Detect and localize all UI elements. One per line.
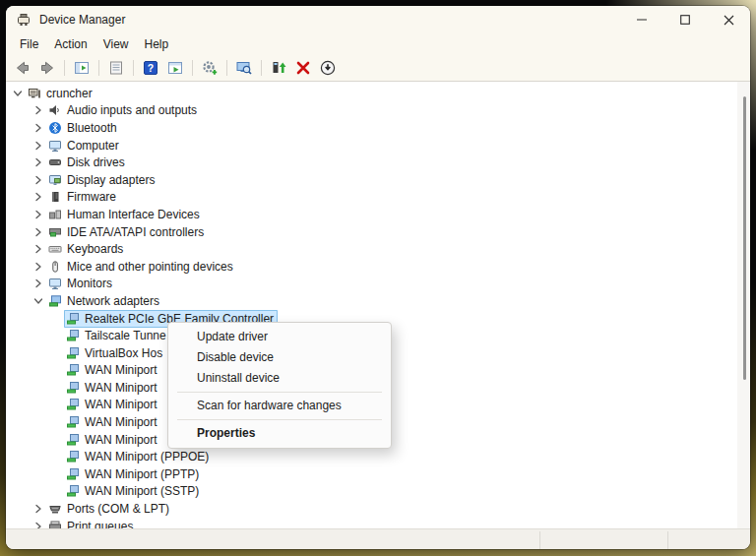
chevron-right-icon[interactable] bbox=[31, 519, 46, 528]
disable-device-button[interactable] bbox=[317, 57, 339, 79]
menu-item-scan-for-hardware-changes[interactable]: Scan for hardware changes bbox=[168, 396, 391, 416]
menu-item-disable-device[interactable]: Disable device bbox=[168, 347, 391, 368]
chevron-right-icon[interactable] bbox=[31, 138, 46, 154]
help-button[interactable]: ? bbox=[140, 57, 161, 79]
tree-item-ports-com-lpt[interactable]: Ports (COM & LPT) bbox=[6, 500, 736, 518]
tree-item-audio-inputs-and-outputs[interactable]: Audio inputs and outputs bbox=[6, 102, 736, 120]
action-pane-button[interactable] bbox=[164, 57, 186, 79]
tree-item-box: WAN Miniport bbox=[64, 396, 161, 413]
search-computer-button[interactable] bbox=[233, 57, 255, 79]
minimize-button[interactable] bbox=[620, 6, 663, 33]
back-icon bbox=[14, 59, 32, 77]
tree-item-monitors[interactable]: Monitors bbox=[6, 276, 736, 293]
chevron-right-icon[interactable] bbox=[31, 172, 46, 188]
tree-item-label: Keyboards bbox=[67, 241, 123, 257]
menu-action[interactable]: Action bbox=[46, 35, 94, 53]
uninstall-device-button[interactable] bbox=[292, 57, 314, 79]
chevron-right-icon[interactable] bbox=[31, 224, 46, 240]
statusbar bbox=[6, 528, 750, 549]
vertical-scrollbar[interactable] bbox=[737, 82, 750, 528]
close-icon bbox=[724, 15, 734, 26]
tree-item-cruncher[interactable]: cruncher bbox=[6, 85, 736, 102]
toolbar-separator bbox=[64, 60, 65, 76]
maximize-icon bbox=[680, 15, 690, 25]
tree-item-box: WAN Miniport bbox=[64, 361, 161, 379]
tree-item-label: Bluetooth bbox=[67, 120, 117, 136]
scrollbar-thumb[interactable] bbox=[743, 96, 746, 380]
tree-item-box: cruncher bbox=[26, 85, 96, 102]
menu-item-properties[interactable]: Properties bbox=[168, 423, 391, 444]
tree-item-human-interface-devices[interactable]: Human Interface Devices bbox=[6, 206, 736, 223]
tree-item-box: WAN Miniport bbox=[64, 379, 161, 397]
tree-item-mice-and-other-pointing-devices[interactable]: Mice and other pointing devices bbox=[6, 258, 736, 276]
tree-item-box: Firmware bbox=[46, 188, 120, 206]
net-adapter-icon bbox=[65, 397, 81, 412]
menu-file[interactable]: File bbox=[12, 35, 46, 53]
firmware-icon bbox=[47, 189, 63, 205]
device-tree-pane: cruncherAudio inputs and outputsBluetoot… bbox=[6, 82, 750, 528]
menu-view[interactable]: View bbox=[95, 35, 137, 53]
update-driver-button[interactable] bbox=[268, 57, 289, 79]
tree-item-box: Disk drives bbox=[46, 154, 129, 171]
show-console-tree-button[interactable] bbox=[71, 57, 93, 79]
tree-item-label: IDE ATA/ATAPI controllers bbox=[67, 224, 204, 240]
chevron-right-icon[interactable] bbox=[31, 501, 46, 517]
tree-item-wan-miniport-sstp[interactable]: WAN Miniport (SSTP) bbox=[6, 483, 736, 501]
chevron-down-icon[interactable] bbox=[31, 293, 46, 309]
chevron-right-icon[interactable] bbox=[31, 154, 46, 170]
tree-item-ide-ata-atapi-controllers[interactable]: IDE ATA/ATAPI controllers bbox=[6, 223, 736, 241]
tree-item-label: Human Interface Devices bbox=[67, 207, 200, 222]
tree-item-bluetooth[interactable]: Bluetooth bbox=[6, 119, 736, 137]
tree-item-label: Computer bbox=[67, 138, 119, 154]
toolbar-separator bbox=[226, 60, 227, 76]
chevron-right-icon[interactable] bbox=[31, 102, 46, 118]
maximize-button[interactable] bbox=[663, 6, 707, 33]
tree-item-label: Audio inputs and outputs bbox=[67, 102, 197, 118]
tree-item-box: Audio inputs and outputs bbox=[46, 101, 201, 119]
tree-item-box: Tailscale Tunne bbox=[64, 327, 170, 344]
tree-item-keyboards[interactable]: Keyboards bbox=[6, 240, 736, 258]
tree-item-computer[interactable]: Computer bbox=[6, 137, 736, 154]
tree-item-print-queues[interactable]: Print queues bbox=[6, 518, 736, 528]
hid-icon bbox=[47, 207, 63, 222]
tree-item-label: Ports (COM & LPT) bbox=[67, 501, 169, 517]
net-adapter-icon bbox=[65, 311, 81, 327]
speaker-icon bbox=[47, 102, 63, 118]
net-adapter-icon bbox=[65, 328, 81, 343]
menu-item-update-driver[interactable]: Update driver bbox=[168, 327, 391, 347]
tree-item-firmware[interactable]: Firmware bbox=[6, 189, 736, 207]
forward-button[interactable] bbox=[36, 57, 58, 79]
menu-help[interactable]: Help bbox=[137, 35, 177, 53]
chevron-right-icon[interactable] bbox=[31, 120, 46, 136]
chevron-right-icon[interactable] bbox=[31, 276, 46, 291]
tree-item-disk-drives[interactable]: Disk drives bbox=[6, 154, 736, 171]
context-menu-separator bbox=[177, 419, 382, 420]
svg-text:?: ? bbox=[148, 62, 154, 74]
menu-item-uninstall-device[interactable]: Uninstall device bbox=[168, 368, 391, 389]
chevron-down-icon[interactable] bbox=[10, 86, 26, 101]
tree-item-box: WAN Miniport (PPTP) bbox=[64, 465, 203, 483]
context-menu-separator bbox=[177, 392, 382, 393]
chevron-right-icon[interactable] bbox=[31, 259, 46, 275]
tree-item-box: WAN Miniport (SSTP) bbox=[64, 482, 203, 500]
tree-item-network-adapters[interactable]: Network adapters bbox=[6, 292, 736, 310]
tree-item-label: VirtualBox Hos bbox=[85, 345, 162, 361]
chevron-right-icon[interactable] bbox=[31, 189, 46, 205]
tree-item-wan-miniport-pppoe[interactable]: WAN Miniport (PPPOE) bbox=[6, 448, 736, 465]
close-button[interactable] bbox=[707, 6, 750, 33]
toolbar-separator bbox=[192, 60, 193, 76]
export-list-button[interactable] bbox=[105, 57, 127, 79]
chevron-right-icon[interactable] bbox=[31, 207, 46, 222]
tree-item-label: Firmware bbox=[67, 189, 116, 205]
ports-icon bbox=[47, 501, 63, 517]
uninstall-icon bbox=[294, 59, 312, 77]
tree-item-box: WAN Miniport bbox=[64, 431, 161, 449]
tree-item-label: WAN Miniport bbox=[85, 362, 158, 378]
tree-item-display-adapters[interactable]: Display adapters bbox=[6, 171, 736, 189]
tree-item-label: Print queues bbox=[67, 519, 133, 528]
chevron-right-icon[interactable] bbox=[31, 241, 46, 257]
scan-hardware-changes-button[interactable] bbox=[199, 57, 220, 79]
back-button[interactable] bbox=[12, 57, 33, 79]
tree-item-wan-miniport-pptp[interactable]: WAN Miniport (PPTP) bbox=[6, 465, 736, 483]
tree-item-box: Computer bbox=[46, 137, 123, 154]
